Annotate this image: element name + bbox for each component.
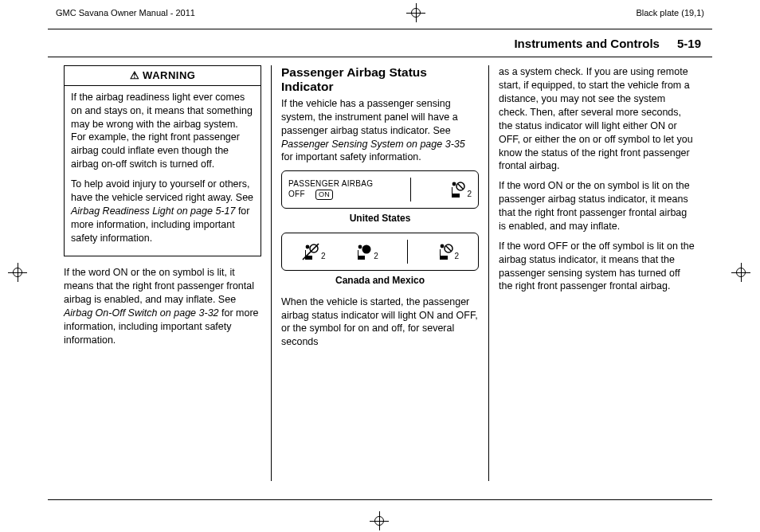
seated-passenger-airbag-icon: 2 xyxy=(449,180,472,199)
plate-label: Black plate (19,1) xyxy=(636,7,704,19)
svg-point-6 xyxy=(358,245,362,249)
icon-subscript: 2 xyxy=(467,189,472,200)
svg-point-0 xyxy=(452,182,456,186)
warning-body: If the airbag readiness light ever comes… xyxy=(65,86,261,256)
svg-point-3 xyxy=(306,245,310,249)
running-head: Instruments and Controls 5-19 xyxy=(48,36,712,57)
col2-p1-tail: for important safety information. xyxy=(281,151,421,162)
caption-us: United States xyxy=(281,212,479,225)
column-3: as a system check. If you are using remo… xyxy=(488,65,706,481)
registration-mark-right xyxy=(731,263,752,284)
xref-airbag-readiness-light: Airbag Readiness Light on page 5‑17 xyxy=(71,205,235,217)
icon-subscript: 2 xyxy=(374,251,378,262)
xref-airbag-onoff-switch: Airbag On-Off Switch on page 3‑32 xyxy=(64,307,219,319)
indicator-us-line2-row: OFF ON xyxy=(288,190,373,200)
indicator-panel-canada-mexico: 2 2 xyxy=(281,233,479,271)
registration-mark-left xyxy=(8,263,29,284)
svg-point-7 xyxy=(362,245,371,254)
registration-mark-bottom xyxy=(370,511,390,532)
warning-box: ⚠WARNING If the airbag readiness light e… xyxy=(64,65,261,256)
indicator-us-text: PASSENGER AIRBAG OFF ON xyxy=(288,179,373,200)
print-header: GMC Savana Owner Manual - 2011 Black pla… xyxy=(0,0,760,24)
section-name: Instruments and Controls xyxy=(514,36,660,52)
col3-paragraph-1: as a system check. If you are using remo… xyxy=(499,65,696,173)
warning-triangle-icon: ⚠ xyxy=(130,68,140,83)
caption-canada-mexico: Canada and Mexico xyxy=(281,274,479,287)
col2-paragraph-1: If the vehicle has a passenger sensing s… xyxy=(281,97,479,164)
col3-paragraph-3: If the word OFF or the off symbol is lit… xyxy=(499,240,696,294)
airbag-off-icon: 2 xyxy=(301,242,326,261)
svg-point-8 xyxy=(440,244,444,248)
indicator-us-off-text: OFF xyxy=(288,190,305,198)
warning-label: WARNING xyxy=(143,69,195,81)
col3-paragraph-2: If the word ON or the on symbol is lit o… xyxy=(499,179,696,233)
warning-paragraph-2: To help avoid injury to yourself or othe… xyxy=(71,178,254,244)
indicator-us-line1: PASSENGER AIRBAG xyxy=(288,179,373,190)
page-frame: Instruments and Controls 5-19 ⚠WARNING I… xyxy=(48,29,712,500)
icon-subscript: 2 xyxy=(455,251,460,262)
indicator-panel-us: PASSENGER AIRBAG OFF ON 2 xyxy=(281,170,479,209)
registration-mark-top xyxy=(406,3,425,22)
col1-p-lead: If the word ON or the on symbol is lit, … xyxy=(64,267,254,305)
section-title: Passenger Airbag Status Indicator xyxy=(281,65,479,94)
column-2: Passenger Airbag Status Indicator If the… xyxy=(271,65,488,481)
col2-p1-lead: If the vehicle has a passenger sensing s… xyxy=(281,98,458,136)
indicator-divider xyxy=(410,178,411,201)
seated-passenger-airbag-icon: 2 xyxy=(437,242,460,261)
manual-title: GMC Savana Owner Manual - 2011 xyxy=(56,7,195,19)
col1-paragraph: If the word ON or the on symbol is lit, … xyxy=(64,266,261,346)
xref-passenger-sensing-system: Passenger Sensing System on page 3‑35 xyxy=(281,139,465,150)
column-1: ⚠WARNING If the airbag readiness light e… xyxy=(54,65,271,481)
warning-p2-lead: To help avoid injury to yourself or othe… xyxy=(71,178,253,203)
warning-paragraph-1: If the airbag readiness light ever comes… xyxy=(71,91,254,171)
airbag-on-icon: 2 xyxy=(354,242,378,261)
svg-line-10 xyxy=(446,246,451,251)
col2-paragraph-2: When the vehicle is started, the passeng… xyxy=(281,295,479,350)
svg-line-2 xyxy=(458,184,463,189)
icon-subscript: 2 xyxy=(321,251,326,262)
warning-heading: ⚠WARNING xyxy=(65,66,261,86)
page-number: 5-19 xyxy=(677,36,701,52)
indicator-divider xyxy=(407,240,408,264)
text-columns: ⚠WARNING If the airbag readiness light e… xyxy=(48,65,712,481)
indicator-us-on-pill: ON xyxy=(315,190,333,200)
